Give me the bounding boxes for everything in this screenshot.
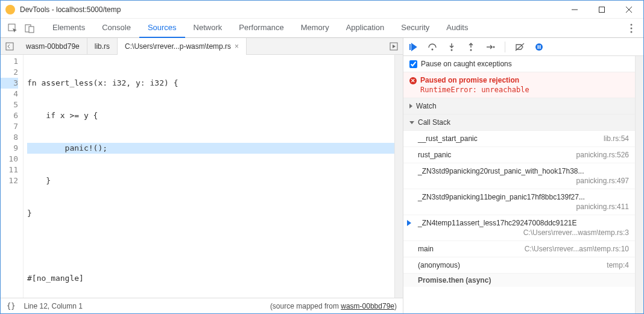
code-line bbox=[27, 240, 394, 251]
stack-frame[interactable]: _ZN3std9panicking11begin_panic17hf8bbc13… bbox=[403, 189, 635, 215]
line-number: 1 bbox=[1, 56, 18, 67]
svg-point-8 bbox=[631, 27, 633, 29]
stack-frame[interactable]: main C:\Users\rrever...asm\temp.rs:10 bbox=[403, 241, 635, 257]
file-tab-wasm[interactable]: wasm-00bbd79e bbox=[19, 38, 87, 55]
chevron-down-icon bbox=[409, 121, 414, 124]
resume-button[interactable] bbox=[407, 41, 419, 53]
tab-memory[interactable]: Memory bbox=[292, 19, 338, 38]
line-number: 7 bbox=[1, 121, 18, 132]
paused-subtitle: RuntimeError: unreachable bbox=[420, 86, 629, 94]
chevron-right-icon bbox=[409, 104, 412, 108]
callstack-label: Call Stack bbox=[418, 118, 450, 127]
svg-point-13 bbox=[451, 49, 453, 51]
editor-scrollbar[interactable] bbox=[394, 55, 403, 298]
deactivate-breakpoints-button[interactable] bbox=[514, 41, 526, 53]
stack-frame[interactable]: __rust_start_panic lib.rs:54 bbox=[403, 131, 635, 147]
stack-frame[interactable]: (anonymous) temp:4 bbox=[403, 257, 635, 274]
frame-name: main bbox=[418, 245, 520, 253]
editor-pane: wasm-00bbd79e lib.rs C:\Users\rrever...p… bbox=[1, 38, 403, 313]
code-line: } bbox=[27, 208, 394, 219]
async-boundary: Promise.then (async) bbox=[403, 274, 635, 287]
frame-location: panicking.rs:526 bbox=[576, 151, 629, 159]
tab-performance[interactable]: Performance bbox=[230, 19, 292, 38]
code-line: #[no_mangle] bbox=[27, 273, 394, 284]
code-editor[interactable]: 1 2 3 4 5 6 7 8 9 10 11 12 fn assert_les… bbox=[1, 55, 403, 298]
error-icon: ✕ bbox=[409, 77, 417, 84]
stack-frame-current[interactable]: _ZN4temp11assert_less17hc29247008ddc9121… bbox=[403, 215, 635, 241]
source-map-link[interactable]: wasm-00bbd79e bbox=[341, 302, 394, 310]
stack-frame[interactable]: _ZN3std9panicking20rust_panic_with_hook1… bbox=[403, 163, 635, 189]
code-line: } bbox=[27, 175, 394, 186]
step-out-button[interactable] bbox=[465, 41, 477, 53]
frame-location: temp:4 bbox=[607, 261, 629, 269]
step-over-button[interactable] bbox=[426, 41, 438, 53]
svg-rect-18 bbox=[538, 45, 539, 49]
frame-location: C:\Users\rrever...asm\temp.rs:10 bbox=[525, 245, 629, 253]
paused-message: ✕Paused on promise rejection RuntimeErro… bbox=[403, 72, 635, 98]
main-area: wasm-00bbd79e lib.rs C:\Users\rrever...p… bbox=[1, 38, 643, 313]
close-button[interactable] bbox=[615, 1, 642, 18]
devtools-window: DevTools - localhost:5000/temp Elements … bbox=[0, 0, 644, 314]
tab-network[interactable]: Network bbox=[185, 19, 231, 38]
tab-sources[interactable]: Sources bbox=[139, 19, 185, 38]
svg-point-7 bbox=[631, 24, 633, 25]
frame-location: panicking.rs:411 bbox=[418, 203, 629, 211]
close-icon[interactable]: × bbox=[235, 42, 239, 51]
app-icon bbox=[5, 5, 15, 14]
file-tab-label: wasm-00bbd79e bbox=[26, 42, 80, 51]
line-number: 5 bbox=[1, 99, 18, 110]
line-number: 9 bbox=[1, 143, 18, 154]
line-number: 4 bbox=[1, 89, 18, 99]
window-title: DevTools - localhost:5000/temp bbox=[20, 5, 561, 14]
frame-name: _ZN4temp11assert_less17hc29247008ddc9121… bbox=[418, 219, 629, 227]
watch-section[interactable]: Watch bbox=[403, 98, 635, 115]
frame-name: (anonymous) bbox=[418, 261, 602, 269]
code-line-current: panic!(); bbox=[27, 143, 394, 154]
stack-frame[interactable]: rust_panic panicking.rs:526 bbox=[403, 147, 635, 163]
frame-location: C:\Users\rrever...wasm\temp.rs:3 bbox=[418, 228, 629, 237]
svg-rect-6 bbox=[29, 27, 34, 33]
frame-name: _ZN3std9panicking11begin_panic17hf8bbc13… bbox=[418, 193, 629, 201]
svg-rect-1 bbox=[599, 7, 604, 12]
code-content[interactable]: fn assert_less(x: i32, y: i32) { if x >=… bbox=[24, 55, 394, 298]
cursor-position: Line 12, Column 1 bbox=[24, 302, 82, 310]
frame-location: panicking.rs:497 bbox=[418, 177, 629, 185]
frame-name: _ZN3std9panicking20rust_panic_with_hook1… bbox=[418, 167, 629, 175]
run-snippet-icon[interactable] bbox=[385, 38, 403, 55]
pause-caught-checkbox[interactable] bbox=[409, 60, 417, 68]
line-number: 2 bbox=[1, 67, 18, 78]
tab-application[interactable]: Application bbox=[338, 19, 393, 38]
device-icon[interactable] bbox=[21, 20, 38, 37]
svg-point-12 bbox=[432, 48, 434, 50]
tab-security[interactable]: Security bbox=[393, 19, 438, 38]
line-number: 12 bbox=[1, 175, 18, 186]
file-tab-temp[interactable]: C:\Users\rrever...p-wasm\temp.rs× bbox=[118, 38, 247, 55]
more-icon[interactable] bbox=[623, 24, 640, 33]
pause-caught-label: Pause on caught exceptions bbox=[421, 60, 512, 68]
pause-caught-row[interactable]: Pause on caught exceptions bbox=[403, 56, 635, 72]
step-button[interactable] bbox=[484, 41, 496, 53]
debugger-scrollbar[interactable] bbox=[635, 56, 643, 313]
maximize-button[interactable] bbox=[588, 1, 615, 18]
line-number: 10 bbox=[1, 154, 18, 165]
inspect-icon[interactable] bbox=[4, 20, 21, 37]
tab-elements[interactable]: Elements bbox=[44, 19, 93, 38]
panel-tabbar: Elements Console Sources Network Perform… bbox=[1, 19, 643, 38]
frame-location: lib.rs:54 bbox=[604, 134, 629, 143]
pause-exceptions-button[interactable] bbox=[533, 41, 545, 53]
frame-name: rust_panic bbox=[418, 151, 572, 159]
file-tabbar: wasm-00bbd79e lib.rs C:\Users\rrever...p… bbox=[1, 38, 403, 55]
pretty-print-icon[interactable]: {} bbox=[7, 302, 15, 310]
file-tab-lib[interactable]: lib.rs bbox=[87, 38, 118, 55]
callstack-section[interactable]: Call Stack bbox=[403, 115, 635, 131]
watch-label: Watch bbox=[416, 102, 437, 110]
step-into-button[interactable] bbox=[446, 41, 458, 53]
file-tab-label: lib.rs bbox=[95, 42, 110, 51]
tab-console[interactable]: Console bbox=[93, 19, 139, 38]
svg-point-9 bbox=[631, 31, 633, 33]
statusbar: {} Line 12, Column 1 (source mapped from… bbox=[1, 298, 403, 313]
titlebar: DevTools - localhost:5000/temp bbox=[1, 1, 643, 19]
navigator-icon[interactable] bbox=[1, 38, 19, 55]
minimize-button[interactable] bbox=[561, 1, 588, 18]
tab-audits[interactable]: Audits bbox=[438, 19, 476, 38]
